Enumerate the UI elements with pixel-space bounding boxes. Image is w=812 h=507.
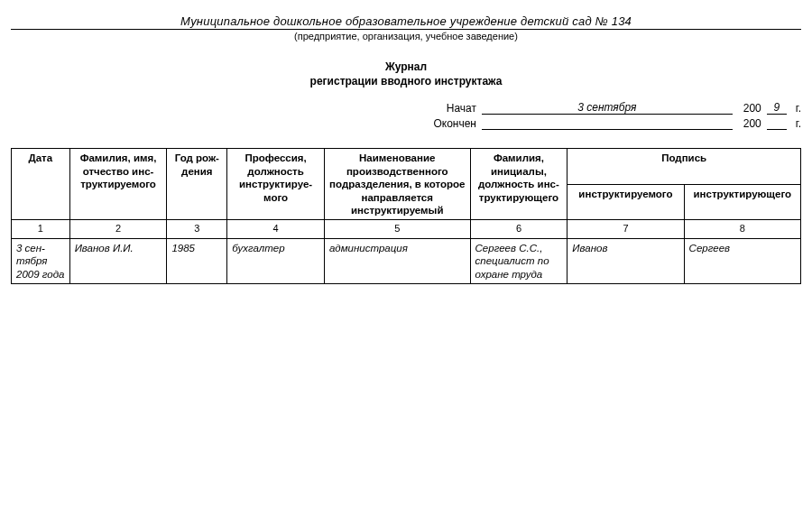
finished-year-digit bbox=[767, 129, 787, 130]
title-line2: регистрации вводного инструктажа bbox=[11, 74, 801, 88]
colnum: 5 bbox=[324, 220, 470, 239]
cell-profession: бухгалтер bbox=[227, 239, 325, 284]
started-label: Начат bbox=[422, 102, 476, 115]
th-profession: Профессия, должность инструктируе-мого bbox=[227, 149, 325, 220]
finished-year-suffix: г. bbox=[792, 117, 801, 130]
colnum: 2 bbox=[69, 220, 167, 239]
started-year-suffix: г. bbox=[792, 102, 801, 115]
cell-sig-trainee: Иванов bbox=[567, 239, 684, 284]
finished-value bbox=[482, 116, 733, 130]
colnum: 4 bbox=[227, 220, 325, 239]
registration-table: Дата Фамилия, имя, отчество инс-труктиру… bbox=[11, 148, 801, 284]
cell-fio: Иванов И.И. bbox=[69, 239, 167, 284]
colnum: 1 bbox=[12, 220, 70, 239]
th-fio: Фамилия, имя, отчество инс-труктируемого bbox=[69, 149, 167, 220]
finished-label: Окончен bbox=[422, 117, 476, 130]
th-signature-group: Подпись bbox=[567, 149, 801, 184]
colnum: 6 bbox=[470, 220, 567, 239]
th-year: Год рож-дения bbox=[167, 149, 227, 220]
date-started-line: Начат 3 сентября 200 9 г. bbox=[422, 101, 801, 115]
cell-sig-instructor: Сергеев bbox=[684, 239, 800, 284]
th-instructor: Фамилия, инициалы, должность инс-труктир… bbox=[470, 149, 567, 220]
finished-year-prefix: 200 bbox=[738, 117, 761, 130]
column-number-row: 1 2 3 4 5 6 7 8 bbox=[12, 220, 801, 239]
title-line1: Журнал bbox=[11, 60, 801, 74]
started-year-digit: 9 bbox=[767, 101, 787, 115]
started-value: 3 сентября bbox=[482, 101, 733, 115]
cell-date: 3 сен-тября 2009 года bbox=[12, 239, 70, 284]
th-sig-instructor: инструктирующего bbox=[684, 184, 800, 219]
started-year-prefix: 200 bbox=[738, 102, 761, 115]
organization-name: Муниципальное дошкольное образовательное… bbox=[11, 14, 801, 28]
colnum: 3 bbox=[167, 220, 227, 239]
date-finished-line: Окончен 200 г. bbox=[422, 116, 801, 130]
dates-block: Начат 3 сентября 200 9 г. Окончен 200 г. bbox=[11, 101, 801, 132]
th-unit: Наименование производственного подраздел… bbox=[324, 149, 470, 220]
th-sig-trainee: инструктируемого bbox=[567, 184, 684, 219]
table-row: 3 сен-тября 2009 года Иванов И.И. 1985 б… bbox=[12, 239, 801, 284]
cell-year: 1985 bbox=[167, 239, 227, 284]
organization-subtitle: (предприятие, организация, учебное завед… bbox=[11, 31, 801, 41]
colnum: 8 bbox=[684, 220, 800, 239]
document-title: Журнал регистрации вводного инструктажа bbox=[11, 60, 801, 88]
th-date: Дата bbox=[12, 149, 70, 220]
cell-instructor: Сергеев С.С., специалист по охране труда bbox=[470, 239, 567, 284]
org-rule bbox=[11, 29, 801, 30]
colnum: 7 bbox=[567, 220, 684, 239]
cell-unit: администрация bbox=[324, 239, 470, 284]
